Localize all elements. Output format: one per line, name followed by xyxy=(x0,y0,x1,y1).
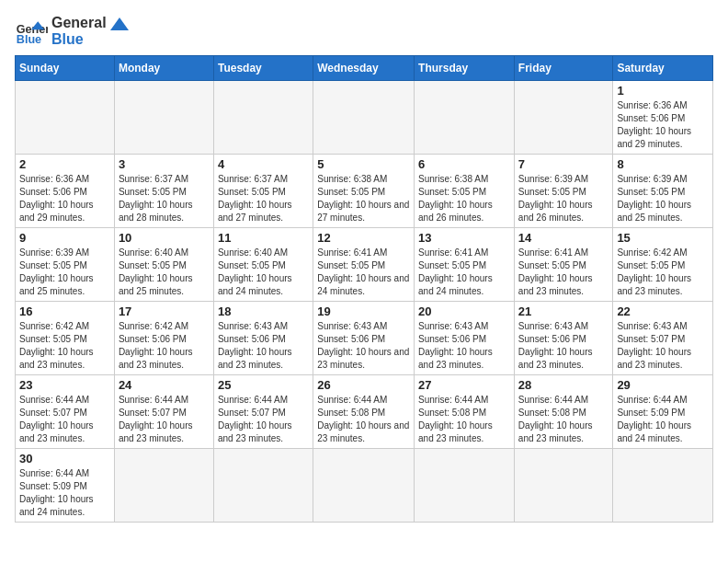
calendar-cell: 4Sunrise: 6:37 AM Sunset: 5:05 PM Daylig… xyxy=(213,155,313,228)
day-number: 1 xyxy=(617,84,709,98)
day-info: Sunrise: 6:43 AM Sunset: 5:06 PM Dayligh… xyxy=(418,320,510,372)
day-info: Sunrise: 6:44 AM Sunset: 5:08 PM Dayligh… xyxy=(518,394,609,445)
day-number: 18 xyxy=(218,304,309,318)
weekday-header-saturday: Saturday xyxy=(613,56,713,81)
day-info: Sunrise: 6:44 AM Sunset: 5:09 PM Dayligh… xyxy=(19,467,110,519)
calendar-cell: 13Sunrise: 6:41 AM Sunset: 5:05 PM Dayli… xyxy=(415,228,515,302)
calendar-cell xyxy=(514,81,613,155)
calendar-cell xyxy=(415,449,515,523)
day-info: Sunrise: 6:38 AM Sunset: 5:05 PM Dayligh… xyxy=(418,173,510,224)
day-info: Sunrise: 6:44 AM Sunset: 5:09 PM Dayligh… xyxy=(617,394,709,445)
day-number: 2 xyxy=(19,157,110,171)
calendar-cell xyxy=(114,449,213,523)
calendar-week-row-3: 9Sunrise: 6:39 AM Sunset: 5:05 PM Daylig… xyxy=(16,228,713,302)
calendar-cell: 23Sunrise: 6:44 AM Sunset: 5:07 PM Dayli… xyxy=(16,375,115,449)
calendar-cell xyxy=(313,81,415,155)
calendar-cell xyxy=(213,449,313,523)
day-info: Sunrise: 6:41 AM Sunset: 5:05 PM Dayligh… xyxy=(518,247,609,298)
calendar-week-row-1: 1Sunrise: 6:36 AM Sunset: 5:06 PM Daylig… xyxy=(16,81,713,155)
calendar-cell: 7Sunrise: 6:39 AM Sunset: 5:05 PM Daylig… xyxy=(514,155,613,228)
calendar-table: SundayMondayTuesdayWednesdayThursdayFrid… xyxy=(15,55,713,523)
calendar-cell: 14Sunrise: 6:41 AM Sunset: 5:05 PM Dayli… xyxy=(514,228,613,302)
day-info: Sunrise: 6:43 AM Sunset: 5:06 PM Dayligh… xyxy=(317,320,410,372)
day-number: 10 xyxy=(119,231,210,245)
calendar-cell: 22Sunrise: 6:43 AM Sunset: 5:07 PM Dayli… xyxy=(613,302,713,375)
day-number: 22 xyxy=(617,304,709,318)
day-number: 15 xyxy=(617,231,709,245)
day-info: Sunrise: 6:41 AM Sunset: 5:05 PM Dayligh… xyxy=(418,247,510,298)
calendar-week-row-5: 23Sunrise: 6:44 AM Sunset: 5:07 PM Dayli… xyxy=(16,375,713,449)
calendar-cell: 19Sunrise: 6:43 AM Sunset: 5:06 PM Dayli… xyxy=(313,302,415,375)
day-number: 17 xyxy=(119,304,210,318)
calendar-week-row-4: 16Sunrise: 6:42 AM Sunset: 5:05 PM Dayli… xyxy=(16,302,713,375)
calendar-cell: 16Sunrise: 6:42 AM Sunset: 5:05 PM Dayli… xyxy=(16,302,115,375)
calendar-cell: 12Sunrise: 6:41 AM Sunset: 5:05 PM Dayli… xyxy=(313,228,415,302)
day-number: 26 xyxy=(317,378,410,392)
calendar-cell: 8Sunrise: 6:39 AM Sunset: 5:05 PM Daylig… xyxy=(613,155,713,228)
calendar-cell: 15Sunrise: 6:42 AM Sunset: 5:05 PM Dayli… xyxy=(613,228,713,302)
logo-blue-text: Blue xyxy=(51,31,129,48)
weekday-header-monday: Monday xyxy=(114,56,213,81)
day-number: 9 xyxy=(19,231,110,245)
day-info: Sunrise: 6:44 AM Sunset: 5:07 PM Dayligh… xyxy=(119,394,210,445)
day-number: 7 xyxy=(518,157,609,171)
calendar-cell: 18Sunrise: 6:43 AM Sunset: 5:06 PM Dayli… xyxy=(213,302,313,375)
day-info: Sunrise: 6:42 AM Sunset: 5:06 PM Dayligh… xyxy=(119,320,210,372)
calendar-cell: 3Sunrise: 6:37 AM Sunset: 5:05 PM Daylig… xyxy=(114,155,213,228)
day-number: 3 xyxy=(119,157,210,171)
weekday-header-thursday: Thursday xyxy=(415,56,515,81)
calendar-cell: 10Sunrise: 6:40 AM Sunset: 5:05 PM Dayli… xyxy=(114,228,213,302)
day-info: Sunrise: 6:36 AM Sunset: 5:06 PM Dayligh… xyxy=(617,99,709,151)
day-number: 27 xyxy=(418,378,510,392)
day-info: Sunrise: 6:44 AM Sunset: 5:07 PM Dayligh… xyxy=(19,394,110,445)
day-info: Sunrise: 6:36 AM Sunset: 5:06 PM Dayligh… xyxy=(19,173,110,224)
day-number: 6 xyxy=(418,157,510,171)
calendar-cell xyxy=(415,81,515,155)
calendar-cell: 5Sunrise: 6:38 AM Sunset: 5:05 PM Daylig… xyxy=(313,155,415,228)
calendar-cell: 21Sunrise: 6:43 AM Sunset: 5:06 PM Dayli… xyxy=(514,302,613,375)
day-info: Sunrise: 6:44 AM Sunset: 5:08 PM Dayligh… xyxy=(317,394,410,445)
day-number: 16 xyxy=(19,304,110,318)
day-number: 29 xyxy=(617,378,709,392)
calendar-cell: 17Sunrise: 6:42 AM Sunset: 5:06 PM Dayli… xyxy=(114,302,213,375)
logo-icon: General Blue xyxy=(15,15,48,48)
calendar-cell: 29Sunrise: 6:44 AM Sunset: 5:09 PM Dayli… xyxy=(613,375,713,449)
day-info: Sunrise: 6:41 AM Sunset: 5:05 PM Dayligh… xyxy=(317,247,410,298)
calendar-cell: 26Sunrise: 6:44 AM Sunset: 5:08 PM Dayli… xyxy=(313,375,415,449)
calendar-cell: 1Sunrise: 6:36 AM Sunset: 5:06 PM Daylig… xyxy=(613,81,713,155)
weekday-header-friday: Friday xyxy=(514,56,613,81)
day-number: 12 xyxy=(317,231,410,245)
day-number: 30 xyxy=(19,452,110,465)
day-info: Sunrise: 6:39 AM Sunset: 5:05 PM Dayligh… xyxy=(518,173,609,224)
day-info: Sunrise: 6:40 AM Sunset: 5:05 PM Dayligh… xyxy=(218,247,309,298)
calendar-cell xyxy=(514,449,613,523)
calendar-cell: 6Sunrise: 6:38 AM Sunset: 5:05 PM Daylig… xyxy=(415,155,515,228)
svg-text:Blue: Blue xyxy=(17,33,41,46)
calendar-cell: 24Sunrise: 6:44 AM Sunset: 5:07 PM Dayli… xyxy=(114,375,213,449)
calendar-cell: 25Sunrise: 6:44 AM Sunset: 5:07 PM Dayli… xyxy=(213,375,313,449)
weekday-header-wednesday: Wednesday xyxy=(313,56,415,81)
day-number: 25 xyxy=(218,378,309,392)
day-info: Sunrise: 6:39 AM Sunset: 5:05 PM Dayligh… xyxy=(617,173,709,224)
calendar-cell: 11Sunrise: 6:40 AM Sunset: 5:05 PM Dayli… xyxy=(213,228,313,302)
weekday-header-row: SundayMondayTuesdayWednesdayThursdayFrid… xyxy=(16,56,713,81)
calendar-cell xyxy=(313,449,415,523)
svg-marker-3 xyxy=(110,17,129,30)
day-info: Sunrise: 6:37 AM Sunset: 5:05 PM Dayligh… xyxy=(218,173,309,224)
calendar-week-row-6: 30Sunrise: 6:44 AM Sunset: 5:09 PM Dayli… xyxy=(16,449,713,523)
day-number: 20 xyxy=(418,304,510,318)
day-number: 5 xyxy=(317,157,410,171)
day-info: Sunrise: 6:42 AM Sunset: 5:05 PM Dayligh… xyxy=(19,320,110,372)
calendar-cell: 27Sunrise: 6:44 AM Sunset: 5:08 PM Dayli… xyxy=(415,375,515,449)
calendar-cell xyxy=(114,81,213,155)
weekday-header-tuesday: Tuesday xyxy=(213,56,313,81)
day-info: Sunrise: 6:40 AM Sunset: 5:05 PM Dayligh… xyxy=(119,247,210,298)
day-info: Sunrise: 6:39 AM Sunset: 5:05 PM Dayligh… xyxy=(19,247,110,298)
day-number: 4 xyxy=(218,157,309,171)
day-info: Sunrise: 6:43 AM Sunset: 5:06 PM Dayligh… xyxy=(218,320,309,372)
calendar-cell: 28Sunrise: 6:44 AM Sunset: 5:08 PM Dayli… xyxy=(514,375,613,449)
day-info: Sunrise: 6:44 AM Sunset: 5:07 PM Dayligh… xyxy=(218,394,309,445)
day-info: Sunrise: 6:43 AM Sunset: 5:06 PM Dayligh… xyxy=(518,320,609,372)
day-info: Sunrise: 6:37 AM Sunset: 5:05 PM Dayligh… xyxy=(119,173,210,224)
calendar-cell: 2Sunrise: 6:36 AM Sunset: 5:06 PM Daylig… xyxy=(16,155,115,228)
